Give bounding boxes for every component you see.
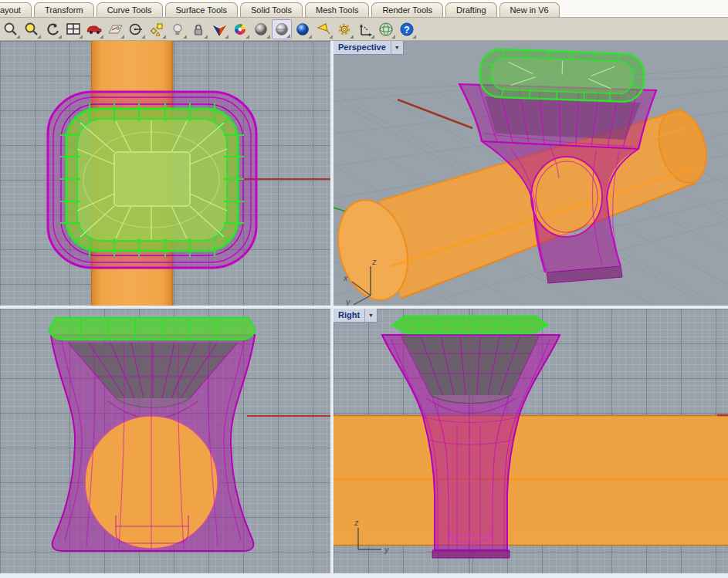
viewport-title-label[interactable]: Right (334, 309, 364, 322)
viewport-top[interactable] (0, 41, 330, 306)
lightbulb-icon[interactable] (168, 19, 188, 39)
perspective-canvas: z x y (334, 41, 728, 306)
tab-new-in-v6[interactable]: New in V6 (499, 2, 560, 17)
zoom-icon[interactable] (1, 19, 21, 39)
undo-view-icon[interactable] (42, 19, 63, 39)
tab-surface-tools[interactable]: Surface Tools (165, 2, 238, 17)
toolbar-tab-strip: ayout Transform Curve Tools Surface Tool… (0, 0, 728, 18)
gem-front (49, 318, 255, 340)
circle-tool-icon[interactable] (126, 19, 146, 39)
chevron-down-icon[interactable]: ▼ (364, 309, 377, 322)
svg-text:?: ? (404, 24, 409, 35)
viewport-title-label[interactable]: Perspective (334, 41, 391, 54)
axis-label-x: x (343, 273, 348, 282)
viewport-perspective[interactable]: z x y Perspective ▼ (334, 41, 728, 306)
viewport-title-perspective[interactable]: Perspective ▼ (334, 41, 404, 55)
axis-label-y: y (384, 545, 390, 554)
tab-render-tools[interactable]: Render Tools (371, 2, 443, 17)
help-icon[interactable]: ? (397, 19, 417, 39)
viewport-front[interactable] (0, 309, 330, 573)
axis-label-z: z (354, 518, 359, 527)
main-toolbar: ? (0, 18, 728, 41)
y-axis-line (334, 208, 346, 211)
shaded-sphere-icon[interactable] (251, 19, 271, 39)
tab-drafting[interactable]: Drafting (445, 2, 497, 17)
viewport-layout-icon[interactable] (63, 19, 83, 39)
finger-cylinder-right (334, 415, 728, 546)
display-mode-icon[interactable] (209, 19, 229, 39)
right-view-canvas: z y (334, 309, 728, 573)
tab-transform[interactable]: Transform (34, 2, 94, 17)
tab-curve-tools[interactable]: Curve Tools (97, 2, 163, 17)
front-view-canvas (0, 309, 330, 573)
gem-perspective (479, 49, 645, 102)
viewport-right[interactable]: z y Right ▼ (334, 309, 728, 573)
axis-label-y: y (345, 297, 351, 306)
earth-globe-icon[interactable] (376, 19, 396, 39)
drafting-plan-icon[interactable] (105, 19, 125, 39)
spotlight-icon[interactable] (313, 19, 334, 39)
color-wheel-icon[interactable] (230, 19, 250, 39)
cplane-axes-icon[interactable] (355, 19, 375, 39)
viewport-title-right[interactable]: Right ▼ (334, 309, 378, 323)
selection-filter-icon[interactable] (147, 19, 167, 39)
top-view-canvas (0, 41, 330, 306)
gem-top (60, 103, 244, 257)
tab-solid-tools[interactable]: Solid Tools (240, 2, 303, 17)
lock-icon[interactable] (188, 19, 208, 39)
options-gear-icon[interactable] (334, 19, 354, 39)
tab-mesh-tools[interactable]: Mesh Tools (305, 2, 369, 17)
chevron-down-icon[interactable]: ▼ (391, 41, 403, 54)
ghosted-sphere-icon[interactable] (272, 19, 292, 39)
car-icon[interactable] (84, 19, 104, 39)
rendered-sphere-icon[interactable] (293, 19, 313, 39)
axis-label-z: z (371, 257, 377, 266)
tab-layout[interactable]: ayout (0, 2, 32, 17)
zoom-selected-icon[interactable] (22, 19, 42, 39)
gem-right (393, 316, 547, 333)
